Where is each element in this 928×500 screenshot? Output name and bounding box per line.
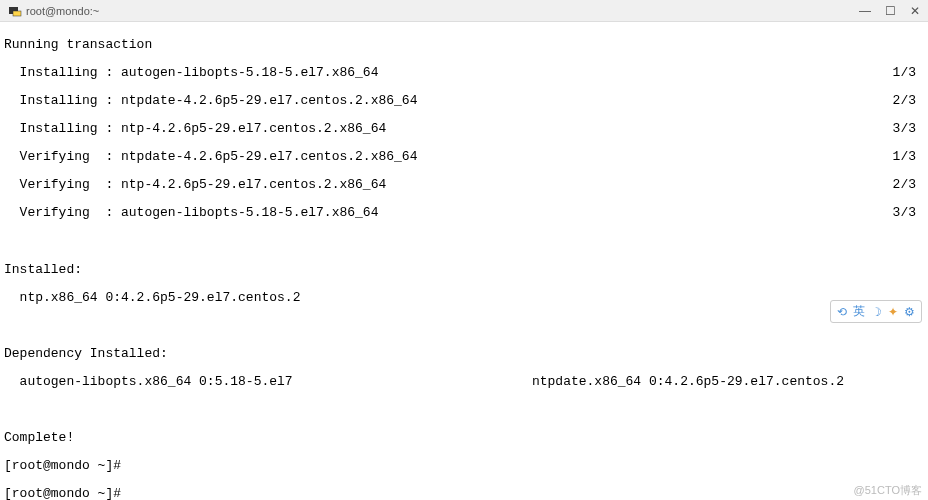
gear-icon[interactable]: ⚙ <box>904 305 915 319</box>
dep-installed-row: autogen-libopts.x86_64 0:5.18-5.el7ntpda… <box>4 375 924 389</box>
refresh-icon[interactable]: ⟲ <box>837 305 847 319</box>
installed-pkg: ntp.x86_64 0:4.2.6p5-29.el7.centos.2 <box>4 291 924 305</box>
putty-icon <box>8 4 22 18</box>
watermark-text: @51CTO博客 <box>854 483 922 498</box>
moon-icon[interactable]: ☽ <box>871 305 882 319</box>
minimize-button[interactable]: — <box>859 4 871 18</box>
prompt-line: [root@mondo ~]# <box>4 459 924 473</box>
transaction-header: Running transaction <box>4 38 924 52</box>
installed-header: Installed: <box>4 263 924 277</box>
star-icon[interactable]: ✦ <box>888 305 898 319</box>
transaction-row: Installing : ntp-4.2.6p5-29.el7.centos.2… <box>4 122 924 136</box>
lang-toggle[interactable]: 英 <box>853 303 865 320</box>
titlebar: root@mondo:~ — ☐ ✕ <box>0 0 928 22</box>
close-button[interactable]: ✕ <box>910 4 920 18</box>
translate-toolbar: ⟲ 英 ☽ ✦ ⚙ <box>830 300 922 323</box>
transaction-row: Installing : ntpdate-4.2.6p5-29.el7.cent… <box>4 94 924 108</box>
complete-msg: Complete! <box>4 431 924 445</box>
transaction-row: Verifying : ntp-4.2.6p5-29.el7.centos.2.… <box>4 178 924 192</box>
maximize-button[interactable]: ☐ <box>885 4 896 18</box>
transaction-row: Installing : autogen-libopts-5.18-5.el7.… <box>4 66 924 80</box>
window-title: root@mondo:~ <box>26 5 99 17</box>
terminal-output[interactable]: Running transaction Installing : autogen… <box>0 22 928 500</box>
transaction-row: Verifying : ntpdate-4.2.6p5-29.el7.cento… <box>4 150 924 164</box>
prompt-line: [root@mondo ~]# <box>4 487 924 500</box>
svg-rect-1 <box>13 11 21 16</box>
transaction-row: Verifying : autogen-libopts-5.18-5.el7.x… <box>4 206 924 220</box>
window-controls: — ☐ ✕ <box>859 4 920 18</box>
dep-installed-header: Dependency Installed: <box>4 347 924 361</box>
